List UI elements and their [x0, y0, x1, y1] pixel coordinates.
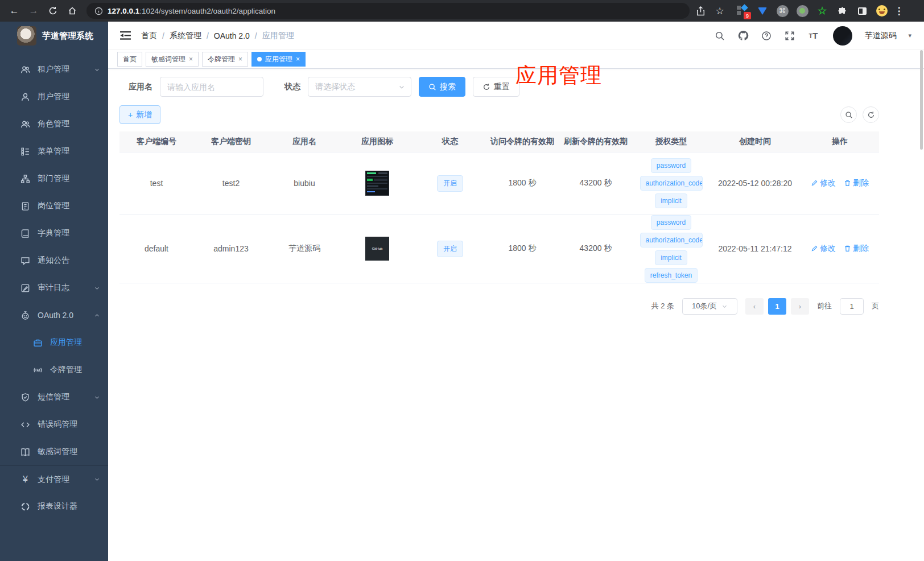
fullscreen-icon[interactable] — [784, 30, 795, 42]
org-chart-icon — [20, 174, 30, 184]
sidebar-fold-icon[interactable] — [117, 28, 133, 44]
status-badge[interactable]: 开启 — [437, 175, 463, 192]
extensions-puzzle-icon[interactable] — [836, 5, 848, 17]
sidebar-item-oauth-application[interactable]: 应用管理 — [0, 329, 108, 356]
toolbar-refresh-icon[interactable] — [863, 106, 879, 123]
github-icon[interactable] — [737, 30, 749, 42]
recorder-extension-icon[interactable] — [796, 5, 808, 17]
yen-icon: ¥ — [20, 475, 30, 485]
grant-tag: authorization_code — [640, 233, 703, 248]
col-client-id: 客户端编号 — [119, 131, 193, 152]
address-bar[interactable]: 127.0.0.1:1024/system/oauth2/oauth2/appl… — [86, 3, 690, 19]
sidebar-item-audit[interactable]: 审计日志 — [0, 274, 108, 302]
sidebar-item-oauth[interactable]: OAuth 2.0 — [0, 302, 108, 329]
app-logo[interactable]: 芋道管理系统 — [0, 22, 108, 50]
star-extension-icon[interactable]: ☆ — [816, 5, 828, 17]
sidebar-item-menu[interactable]: 菜单管理 — [0, 138, 108, 165]
side-panel-icon[interactable] — [856, 5, 868, 17]
search-button[interactable]: 搜索 — [419, 77, 465, 97]
user-avatar[interactable] — [833, 26, 852, 46]
sidebar-item-oauth-token[interactable]: 令牌管理 — [0, 356, 108, 383]
filter-form: 应用名 状态 请选择状态 搜索 — [119, 77, 879, 97]
toolbar-search-toggle-icon[interactable] — [840, 106, 857, 123]
app-name-input[interactable] — [160, 77, 263, 97]
site-info-icon[interactable] — [94, 7, 103, 15]
robot-icon — [20, 311, 30, 320]
reset-button[interactable]: 重置 — [473, 77, 519, 97]
app-title: 芋道管理系统 — [42, 31, 93, 42]
help-icon[interactable] — [761, 30, 772, 42]
next-page-button[interactable]: › — [791, 298, 809, 315]
tab-manager-extension-icon[interactable]: 9 — [736, 5, 749, 17]
open-book-icon — [20, 447, 30, 457]
close-icon[interactable]: × — [296, 55, 300, 63]
sidebar-item-tenant[interactable]: 租户管理 — [0, 56, 108, 83]
chevron-down-icon — [721, 303, 728, 310]
bookmark-star-icon[interactable]: ☆ — [711, 2, 728, 19]
col-app-icon: 应用图标 — [340, 131, 414, 152]
sidebar-item-post[interactable]: 岗位管理 — [0, 192, 108, 220]
sidebar-menu: 租户管理 用户管理 角色管理 菜单管理 部门管理 岗位管理 — [0, 50, 108, 561]
breadcrumb-system[interactable]: 系统管理 — [170, 31, 201, 41]
search-icon — [428, 83, 436, 91]
grant-tag: implicit — [655, 193, 687, 208]
sidebar-item-pay[interactable]: ¥ 支付管理 — [0, 465, 108, 493]
font-size-icon[interactable]: TT — [807, 30, 819, 42]
grant-tag: password — [651, 215, 691, 230]
add-button[interactable]: + 新增 — [119, 105, 160, 124]
page-size-select[interactable]: 10条/页 — [682, 298, 737, 315]
close-icon[interactable]: × — [189, 55, 193, 63]
status-select[interactable]: 请选择状态 — [308, 77, 411, 97]
chevron-down-icon — [94, 476, 100, 482]
tab-token-manage[interactable]: 令牌管理 × — [202, 52, 248, 67]
tab-sensitive-word[interactable]: 敏感词管理 × — [146, 52, 199, 67]
col-status: 状态 — [414, 131, 486, 152]
goto-page-input[interactable] — [840, 298, 864, 315]
sidebar-item-dict[interactable]: 字典管理 — [0, 220, 108, 247]
sidebar-item-errcode[interactable]: 错误码管理 — [0, 411, 108, 438]
gem-extension-icon[interactable] — [756, 5, 769, 17]
close-icon[interactable]: × — [238, 55, 242, 63]
active-dot — [257, 57, 262, 61]
breadcrumb-current: 应用管理 — [262, 31, 294, 41]
sidebar-item-sensitive[interactable]: 敏感词管理 — [0, 438, 108, 465]
briefcase-icon — [33, 338, 43, 348]
chevron-up-icon — [94, 312, 100, 319]
browser-menu-kebab-icon[interactable]: ⋮ — [890, 2, 908, 19]
browser-home-icon[interactable] — [64, 2, 81, 19]
delete-button[interactable]: 删除 — [844, 244, 869, 254]
share-icon[interactable] — [692, 2, 709, 19]
tab-application-manage[interactable]: 应用管理 × — [251, 52, 306, 67]
breadcrumb-home[interactable]: 首页 — [141, 31, 157, 41]
browser-forward-icon[interactable]: → — [25, 2, 42, 19]
sidebar-item-notice[interactable]: 通知公告 — [0, 247, 108, 274]
url-text: 127.0.0.1:1024/system/oauth2/oauth2/appl… — [108, 7, 275, 15]
sidebar-item-dept[interactable]: 部门管理 — [0, 165, 108, 192]
col-app-name: 应用名 — [269, 131, 340, 152]
browser-back-icon[interactable]: ← — [6, 2, 23, 19]
edit-log-icon — [20, 283, 30, 293]
delete-button[interactable]: 删除 — [844, 178, 869, 188]
sidebar: 芋道管理系统 租户管理 用户管理 角色管理 菜单管理 部 — [0, 22, 108, 561]
username[interactable]: 芋道源码 — [864, 31, 896, 41]
caret-down-icon[interactable]: ▾ — [908, 32, 911, 39]
sidebar-item-role[interactable]: 角色管理 — [0, 110, 108, 138]
command-extension-icon[interactable]: ⌘ — [776, 5, 789, 17]
browser-toolbar: ← → 127.0.0.1:1024/system/oauth2/oauth2/… — [0, 0, 924, 22]
sidebar-item-sms[interactable]: 短信管理 — [0, 383, 108, 411]
prev-page-button[interactable]: ‹ — [745, 298, 764, 315]
tab-home[interactable]: 首页 — [117, 52, 142, 67]
sidebar-item-user[interactable]: 用户管理 — [0, 83, 108, 110]
edit-button[interactable]: 修改 — [811, 244, 836, 254]
profile-avatar-icon[interactable] — [876, 5, 888, 17]
search-icon[interactable] — [714, 30, 725, 42]
page-number-button[interactable]: 1 — [768, 298, 786, 315]
status-badge[interactable]: 开启 — [437, 241, 463, 257]
browser-refresh-icon[interactable] — [44, 2, 61, 19]
tree-list-icon — [20, 147, 30, 156]
sidebar-item-report[interactable]: 报表设计器 — [0, 493, 108, 520]
breadcrumb-oauth[interactable]: OAuth 2.0 — [214, 31, 250, 40]
chevron-down-icon — [94, 394, 100, 401]
edit-button[interactable]: 修改 — [811, 178, 836, 188]
page-scrollbar[interactable] — [920, 50, 923, 150]
